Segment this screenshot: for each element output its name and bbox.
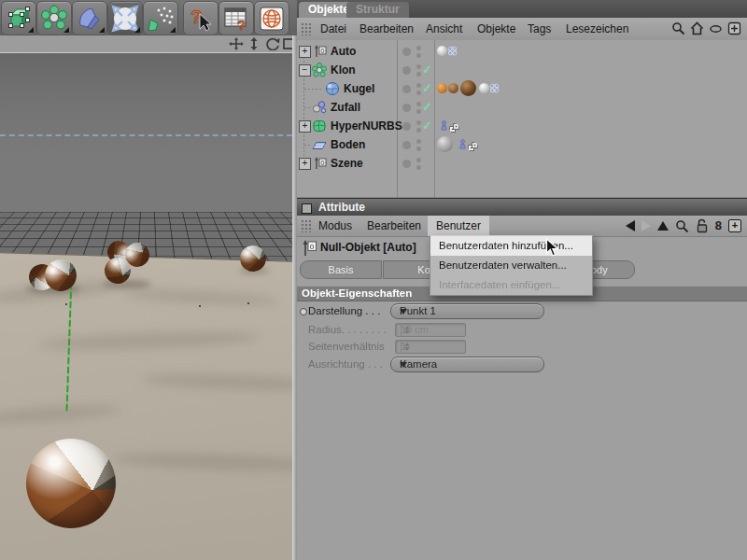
ausrichtung-dropdown[interactable]: Kamera xyxy=(390,357,544,372)
menu-item-benutzerdaten-hinzufuegen[interactable]: Benutzerdaten hinzufügen... xyxy=(430,236,592,256)
menu-bearbeiten[interactable]: Bearbeiten xyxy=(359,18,414,40)
search-icon[interactable] xyxy=(675,219,689,233)
enabled-check-icon[interactable] xyxy=(422,98,432,117)
magnify-tool-button[interactable] xyxy=(107,1,143,35)
render-visibility-dot[interactable] xyxy=(416,91,421,95)
render-visibility-dot[interactable] xyxy=(416,128,421,133)
menu-modus[interactable]: Modus xyxy=(318,216,352,236)
render-visibility-dot[interactable] xyxy=(416,120,421,125)
editor-visibility-dot[interactable] xyxy=(402,85,411,93)
menu-benutzer-active[interactable]: Benutzer xyxy=(428,216,489,236)
attribute-panel-titlebar[interactable]: Attribute xyxy=(297,198,747,217)
tree-row-kugel[interactable]: Kugel xyxy=(297,79,747,98)
mouse-cursor xyxy=(545,238,559,258)
menu-item-benutzerdaten-verwalten[interactable]: Benutzerdaten verwalten... xyxy=(430,256,592,275)
animation-dot-icon[interactable] xyxy=(300,308,307,315)
menu-bearbeiten[interactable]: Bearbeiten xyxy=(367,216,421,236)
enabled-check-icon[interactable] xyxy=(422,61,432,79)
enabled-check-icon[interactable] xyxy=(422,79,432,98)
expand-icon[interactable]: + xyxy=(299,120,311,133)
command-reference-button[interactable]: ? xyxy=(218,1,254,35)
back-icon[interactable] xyxy=(626,220,635,231)
figure-tag-icon[interactable] xyxy=(439,120,449,131)
tree-row-boden[interactable]: Boden xyxy=(297,135,747,154)
menu-objekte[interactable]: Objekte xyxy=(477,18,515,40)
drag-grip-icon[interactable] xyxy=(301,22,313,35)
pan-view-icon[interactable] xyxy=(229,37,244,50)
cube-tool-button[interactable] xyxy=(1,1,36,35)
home-icon[interactable] xyxy=(690,21,704,35)
phong-tag-icon[interactable] xyxy=(479,83,489,93)
editor-visibility-dot[interactable] xyxy=(402,66,411,75)
tree-row-klon[interactable]: − Klon xyxy=(297,61,747,79)
menu-tags[interactable]: Tags xyxy=(528,18,551,40)
editor-visibility-dot[interactable] xyxy=(402,141,411,149)
render-visibility-dot[interactable] xyxy=(416,83,421,88)
tab-struktur[interactable]: Struktur xyxy=(346,2,409,18)
snapshot-icon[interactable] xyxy=(715,218,722,233)
molecules-tag-icon[interactable] xyxy=(447,46,458,56)
seitenverhaeltnis-input[interactable]: 1 xyxy=(395,340,466,354)
render-visibility-dot[interactable] xyxy=(416,147,421,151)
material-tag-icon[interactable] xyxy=(437,83,447,93)
tab-basis[interactable]: Basis xyxy=(300,260,382,279)
rotate-view-icon[interactable] xyxy=(265,37,280,50)
dice-tag-icon[interactable] xyxy=(449,123,459,133)
beach-ball-large[interactable] xyxy=(26,439,116,528)
menu-datei[interactable]: Datei xyxy=(320,18,346,40)
radius-input[interactable]: 10 cm xyxy=(395,323,466,337)
render-visibility-dot[interactable] xyxy=(416,64,421,69)
editor-visibility-dot[interactable] xyxy=(402,160,411,168)
render-visibility-dot[interactable] xyxy=(416,139,421,144)
add-panel-icon[interactable] xyxy=(728,219,741,232)
editor-visibility-dot[interactable] xyxy=(402,104,411,112)
flyout-triangle xyxy=(63,27,69,33)
menu-ansicht[interactable]: Ansicht xyxy=(426,18,462,40)
stepper-arrows-icon[interactable] xyxy=(401,341,413,353)
collapse-icon[interactable]: − xyxy=(299,64,311,77)
render-visibility-dot[interactable] xyxy=(416,72,421,77)
editor-visibility-dot[interactable] xyxy=(402,48,411,56)
enabled-check-icon[interactable] xyxy=(422,117,432,135)
render-visibility-dot[interactable] xyxy=(416,109,421,114)
render-visibility-dot[interactable] xyxy=(416,158,421,162)
editor-visibility-dot[interactable] xyxy=(402,122,411,131)
online-help-button[interactable] xyxy=(254,1,289,35)
search-icon[interactable] xyxy=(671,21,685,35)
context-help-button[interactable]: ? xyxy=(183,1,218,35)
forward-icon-disabled[interactable] xyxy=(641,220,651,231)
molecules-tag-icon[interactable] xyxy=(489,83,500,93)
eye-icon[interactable] xyxy=(709,21,723,35)
wedge-tool-button[interactable] xyxy=(72,1,107,35)
add-panel-icon[interactable] xyxy=(727,21,741,35)
render-visibility-dot[interactable] xyxy=(416,53,421,58)
panel-checkbox[interactable] xyxy=(302,203,312,214)
tree-row-zufall[interactable]: Zufall xyxy=(297,98,747,117)
figure-tag-icon[interactable] xyxy=(458,139,468,149)
tree-row-auto[interactable]: + 0 Auto xyxy=(297,42,747,61)
drag-grip-icon[interactable] xyxy=(301,219,313,232)
compositing-tag-icon[interactable] xyxy=(437,136,453,152)
stepper-arrows-icon[interactable] xyxy=(401,324,413,336)
zoom-view-icon[interactable] xyxy=(247,37,261,50)
up-icon[interactable] xyxy=(657,221,669,231)
tree-row-szene[interactable]: + 0 Szene xyxy=(297,154,747,173)
menu-lesezeichen[interactable]: Lesezeichen xyxy=(566,18,628,40)
scatter-tool-button[interactable] xyxy=(143,1,178,35)
render-visibility-dot[interactable] xyxy=(416,102,421,106)
phong-tag-icon[interactable] xyxy=(437,46,447,56)
expand-icon[interactable]: + xyxy=(299,46,311,58)
cluster-tool-button[interactable] xyxy=(36,1,72,35)
darstellung-dropdown[interactable]: Punkt 1 xyxy=(390,303,544,319)
material-tag-icon[interactable] xyxy=(448,83,458,93)
panel-title: Attribute xyxy=(318,199,365,217)
render-visibility-dot[interactable] xyxy=(416,46,421,50)
object-manager-tabbar: Objekte Struktur xyxy=(297,0,747,18)
tree-row-hypernurbs[interactable]: + HyperNURBS xyxy=(297,117,747,135)
3d-viewport[interactable] xyxy=(0,53,292,560)
render-visibility-dot[interactable] xyxy=(416,165,421,170)
expand-icon[interactable]: + xyxy=(299,158,311,170)
unlock-icon[interactable] xyxy=(696,218,709,233)
dice-tag-icon[interactable] xyxy=(468,142,478,152)
texture-tag-icon[interactable] xyxy=(460,80,476,96)
